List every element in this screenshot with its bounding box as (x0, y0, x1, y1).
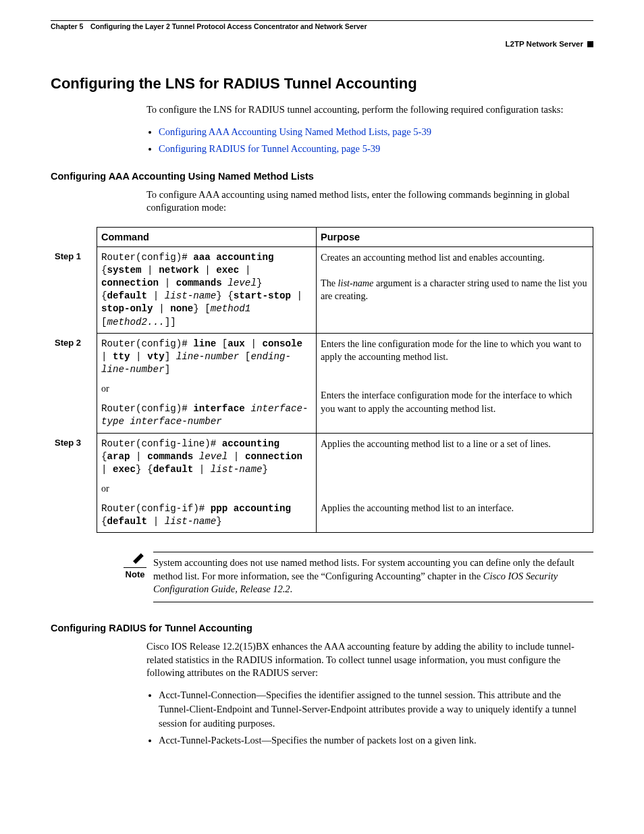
command-cell: Router(config)# line [aux | console | tt… (97, 333, 317, 433)
purpose-cell: Creates an accounting method list and en… (317, 246, 593, 333)
section-title-right: L2TP Network Server (51, 40, 593, 48)
note-label: Note (124, 567, 146, 579)
purpose-cell: Enters the line configuration mode for t… (317, 333, 593, 433)
section-marker-icon (587, 41, 593, 47)
command-table: Command Purpose Step 1 Router(config)# a… (51, 227, 593, 533)
list-item: Configuring RADIUS for Tunnel Accounting… (159, 142, 593, 156)
table-header-purpose: Purpose (317, 227, 593, 246)
chapter-header: Chapter 5 Configuring the Layer 2 Tunnel… (51, 22, 593, 30)
table-header-empty (51, 227, 97, 246)
table-row: Step 1 Router(config)# aaa accounting {s… (51, 246, 593, 333)
list-item: Acct-Tunnel-Connection—Specifies the ide… (159, 688, 593, 731)
step-label: Step 2 (51, 333, 97, 433)
section-title-text: L2TP Network Server (506, 40, 583, 48)
note-block: Note System accounting does not use name… (113, 552, 593, 602)
list-item: Acct-Tunnel-Packets-Lost—Specifies the n… (159, 733, 593, 748)
subsection-heading: Configuring RADIUS for Tunnel Accounting (51, 623, 593, 633)
subsection-intro: To configure AAA accounting using named … (146, 188, 593, 215)
xref-link[interactable]: Configuring AAA Accounting Using Named M… (159, 126, 431, 137)
purpose-cell: Applies the accounting method list to a … (317, 433, 593, 533)
list-item: Configuring AAA Accounting Using Named M… (159, 125, 593, 139)
page-title: Configuring the LNS for RADIUS Tunnel Ac… (51, 75, 593, 93)
intro-paragraph: To configure the LNS for RADIUS tunnel a… (146, 103, 593, 117)
note-text: System accounting does not use named met… (153, 552, 593, 602)
step-label: Step 3 (51, 433, 97, 533)
command-cell: Router(config-line)# accounting {arap | … (97, 433, 317, 533)
table-header-command: Command (97, 227, 317, 246)
table-row: Step 2 Router(config)# line [aux | conso… (51, 333, 593, 433)
subsection-heading: Configuring AAA Accounting Using Named M… (51, 171, 593, 182)
xref-link[interactable]: Configuring RADIUS for Tunnel Accounting… (159, 143, 380, 154)
table-row: Step 3 Router(config-line)# accounting {… (51, 433, 593, 533)
step-label: Step 1 (51, 246, 97, 333)
command-cell: Router(config)# aaa accounting {system |… (97, 246, 317, 333)
intro-link-list: Configuring AAA Accounting Using Named M… (146, 125, 593, 156)
attribute-list: Acct-Tunnel-Connection—Specifies the ide… (146, 688, 593, 748)
subsection-intro: Cisco IOS Release 12.2(15)BX enhances th… (146, 640, 593, 680)
note-icon (113, 552, 146, 566)
